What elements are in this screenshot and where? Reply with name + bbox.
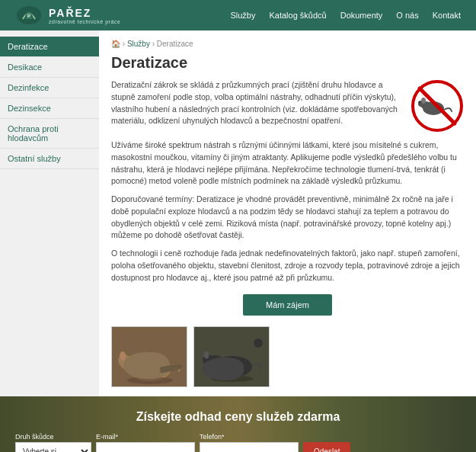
paragraph-2: Užíváme široké spektrum nástrah s různým…: [111, 139, 464, 188]
svg-point-24: [211, 376, 254, 382]
article-header: Deratizační zákrok se skládá z průzkumný…: [111, 79, 464, 133]
email-group: E-mail*: [96, 433, 195, 452]
svg-point-16: [127, 377, 173, 384]
telefon-group: Telefon*: [200, 433, 299, 452]
svg-point-8: [421, 98, 426, 104]
no-rats-icon: [411, 79, 464, 133]
email-label: E-mail*: [96, 433, 195, 441]
images-row: [111, 326, 464, 387]
telefon-input[interactable]: [200, 442, 299, 452]
druh-label: Druh škůdce: [15, 433, 91, 441]
rat-image-2: [193, 326, 270, 387]
svg-text:P: P: [27, 14, 30, 18]
hero-section: Získejte odhad ceny služeb zdarma Druh š…: [0, 396, 476, 452]
breadcrumb-sluzby[interactable]: Služby: [127, 40, 150, 48]
nav-kontakt[interactable]: Kontakt: [433, 11, 461, 20]
sidebar-item-ostatni[interactable]: Ostatní služby: [0, 149, 99, 169]
paragraph-1: Deratizační zákrok se skládá z průzkumný…: [111, 79, 401, 127]
breadcrumb: 🏠 › Služby › Deratizace: [111, 40, 464, 48]
druh-group: Druh škůdce Vyberte si: [15, 433, 91, 452]
breadcrumb-current: Deratizace: [157, 40, 193, 48]
cta-container: Mám zájem: [111, 294, 464, 316]
email-input[interactable]: [96, 442, 195, 452]
nav-dokumenty[interactable]: Dokumenty: [340, 11, 383, 20]
hero-title: Získejte odhad ceny služeb zdarma: [15, 410, 461, 424]
druh-select[interactable]: Vyberte si: [15, 442, 91, 452]
svg-point-23: [230, 369, 242, 373]
sidebar-item-dezinsekce[interactable]: Dezinsekce: [0, 98, 99, 119]
logo-subtitle: zdravotně technické práce: [49, 19, 120, 24]
article-content: 🏠 › Služby › Deratizace Deratizace Derat…: [99, 30, 476, 396]
sidebar-item-desikace[interactable]: Desikace: [0, 57, 99, 78]
hero-form: Druh škůdce Vyberte si E-mail* Telefon* …: [15, 433, 461, 452]
paragraph-3: Doporučované termíny: Deratizace je vhod…: [111, 194, 464, 242]
submit-button[interactable]: Odeslat: [303, 442, 350, 452]
telefon-label: Telefon*: [200, 433, 299, 441]
logo-icon: P: [15, 4, 43, 27]
svg-point-15: [120, 351, 126, 361]
svg-point-18: [212, 356, 252, 377]
sidebar: Deratizace Desikace Dezinfekce Dezinsekc…: [0, 30, 99, 396]
sidebar-item-deratizace[interactable]: Deratizace: [0, 37, 99, 57]
logo[interactable]: P PAŘEZ zdravotně technické práce: [15, 4, 120, 27]
content-wrapper: Deratizace Desikace Dezinfekce Dezinsekc…: [0, 30, 476, 396]
nav-sluzby[interactable]: Služby: [230, 11, 255, 20]
cta-button[interactable]: Mám zájem: [243, 294, 332, 316]
rat-image-1: [111, 326, 187, 387]
header: P PAŘEZ zdravotně technické práce Služby…: [0, 0, 476, 30]
nav-katalog[interactable]: Katalog škůdců: [269, 11, 326, 20]
svg-point-11: [129, 357, 171, 381]
svg-point-22: [204, 351, 209, 359]
article-first-paragraph: Deratizační zákrok se skládá z průzkumný…: [111, 79, 401, 133]
sidebar-item-ochrana[interactable]: Ochrana proti hlodavcům: [0, 119, 99, 149]
paragraph-4: O technologii i ceně rozhoduje řada jedn…: [111, 248, 464, 284]
page-title: Deratizace: [111, 54, 464, 72]
svg-point-7: [419, 101, 421, 104]
nav-onas[interactable]: O nás: [396, 11, 418, 20]
breadcrumb-home[interactable]: 🏠: [111, 40, 120, 48]
logo-name: PAŘEZ: [49, 7, 120, 19]
sidebar-item-dezinfekce[interactable]: Dezinfekce: [0, 78, 99, 98]
main-nav: Služby Katalog škůdců Dokumenty O nás Ko…: [230, 11, 461, 20]
